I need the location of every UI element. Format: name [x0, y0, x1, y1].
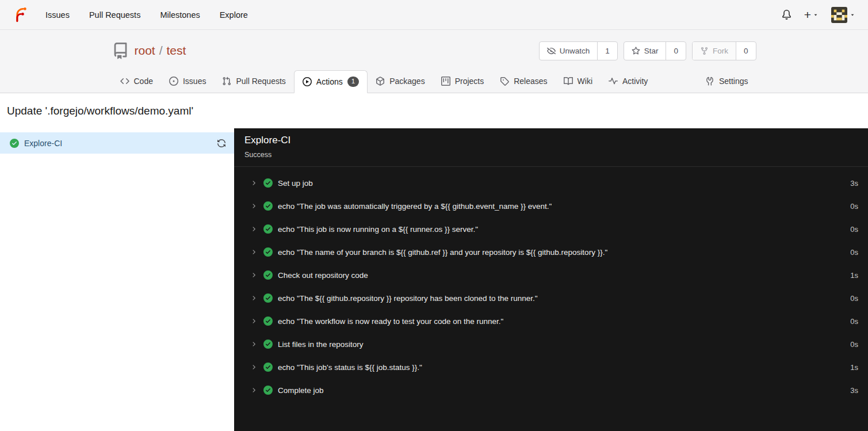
unwatch-label: Unwatch — [560, 47, 590, 55]
step-row[interactable]: echo "The job was automatically triggere… — [234, 194, 868, 218]
step-name: Complete job — [278, 386, 324, 395]
step-duration: 0s — [843, 340, 858, 349]
page-title: Update '.forgejo/workflows/demo.yaml' — [0, 93, 868, 128]
user-menu[interactable] — [831, 7, 855, 23]
plus-icon: + — [804, 9, 811, 21]
tab-wiki-label: Wiki — [578, 77, 592, 86]
check-circle-icon — [263, 224, 273, 234]
code-icon — [120, 77, 129, 86]
step-duration: 3s — [843, 179, 858, 188]
step-duration: 0s — [843, 294, 858, 303]
step-duration: 0s — [843, 317, 858, 326]
step-row[interactable]: echo "This job is now running on a ${{ r… — [234, 218, 868, 241]
nav-link-explore[interactable]: Explore — [220, 10, 248, 20]
step-duration: 1s — [843, 271, 858, 280]
top-navbar: Issues Pull Requests Milestones Explore … — [0, 0, 868, 30]
chevron-right-icon — [250, 295, 257, 302]
eye-closed-icon — [547, 47, 556, 55]
stars-count[interactable]: 0 — [666, 42, 686, 60]
tab-releases[interactable]: Releases — [492, 70, 555, 93]
repo-icon — [112, 43, 129, 59]
caret-down-icon — [813, 12, 819, 18]
book-icon — [564, 77, 573, 86]
nav-link-milestones[interactable]: Milestones — [160, 10, 200, 20]
forks-count[interactable]: 0 — [736, 42, 756, 60]
navbar-right: + — [782, 7, 855, 23]
step-name: Check out repository code — [278, 271, 368, 280]
repo-separator: / — [159, 44, 163, 58]
step-row[interactable]: echo "This job's status is ${{ job.statu… — [234, 356, 868, 379]
chevron-right-icon — [250, 318, 257, 325]
step-row[interactable]: echo "The ${{ github.repository }} repos… — [234, 287, 868, 310]
star-button[interactable]: Star — [624, 42, 667, 60]
git-pull-request-icon — [222, 77, 231, 86]
tab-pull-requests-label: Pull Requests — [236, 77, 285, 86]
check-circle-icon — [263, 247, 273, 257]
forgejo-logo[interactable] — [13, 7, 28, 22]
step-name: echo "This job is now running on a ${{ r… — [278, 225, 478, 234]
repo-tabs: Code Issues Pull Requests Actions 1 Pack… — [112, 69, 756, 93]
step-row[interactable]: Complete job 3s — [234, 379, 868, 402]
caret-down-icon — [850, 12, 855, 18]
tab-activity-label: Activity — [622, 77, 648, 86]
repo-owner-link[interactable]: root — [135, 44, 155, 58]
fork-button-group: Fork 0 — [692, 41, 756, 60]
tab-issues[interactable]: Issues — [161, 70, 214, 93]
fork-button[interactable]: Fork — [693, 42, 736, 60]
chevron-right-icon — [250, 226, 257, 232]
create-new-menu[interactable]: + — [804, 9, 819, 21]
step-name: echo "The job was automatically triggere… — [278, 202, 552, 211]
package-icon — [376, 77, 385, 86]
tab-activity[interactable]: Activity — [601, 70, 656, 93]
tab-packages[interactable]: Packages — [368, 70, 433, 93]
step-name: echo "The workflow is now ready to test … — [278, 317, 503, 326]
tab-settings-label: Settings — [719, 77, 748, 86]
job-panel-header: Explore-CI Success — [234, 128, 868, 167]
tab-wiki[interactable]: Wiki — [556, 70, 601, 93]
chevron-right-icon — [250, 180, 257, 186]
tab-code[interactable]: Code — [112, 70, 161, 93]
job-panel-title: Explore-CI — [244, 134, 858, 147]
fork-label: Fork — [713, 47, 728, 55]
tools-icon — [705, 77, 714, 86]
step-row[interactable]: Check out repository code 1s — [234, 264, 868, 287]
unwatch-button[interactable]: Unwatch — [540, 42, 598, 60]
tab-releases-label: Releases — [514, 77, 547, 86]
tab-projects[interactable]: Projects — [433, 70, 492, 93]
step-name: echo "The ${{ github.repository }} repos… — [278, 294, 538, 303]
tab-issues-label: Issues — [183, 77, 206, 86]
chevron-right-icon — [250, 272, 257, 279]
step-duration: 0s — [843, 202, 858, 211]
pulse-icon — [609, 77, 618, 86]
bell-icon[interactable] — [782, 10, 791, 20]
step-row[interactable]: Set up job 3s — [234, 171, 868, 194]
tab-pull-requests[interactable]: Pull Requests — [214, 70, 293, 93]
step-row[interactable]: echo "The name of your branch is ${{ git… — [234, 241, 868, 264]
play-icon — [303, 77, 312, 86]
sync-icon[interactable] — [217, 139, 226, 148]
check-circle-icon — [263, 270, 273, 280]
repo-name-link[interactable]: test — [167, 44, 186, 58]
watchers-count[interactable]: 1 — [598, 42, 617, 60]
avatar — [831, 7, 847, 23]
tab-projects-label: Projects — [455, 77, 484, 86]
job-item-explore-ci[interactable]: Explore-CI — [0, 132, 234, 154]
tab-settings[interactable]: Settings — [697, 70, 756, 93]
step-row[interactable]: echo "The workflow is now ready to test … — [234, 310, 868, 333]
nav-link-issues[interactable]: Issues — [45, 10, 70, 20]
chevron-right-icon — [250, 364, 257, 371]
nav-link-pull-requests[interactable]: Pull Requests — [89, 10, 140, 20]
tab-actions[interactable]: Actions 1 — [294, 70, 368, 93]
check-circle-icon — [263, 178, 273, 188]
step-duration: 0s — [843, 225, 858, 234]
check-circle-icon — [263, 340, 273, 349]
check-circle-icon — [263, 201, 273, 211]
step-row[interactable]: List files in the repository 0s — [234, 333, 868, 356]
chevron-right-icon — [250, 341, 257, 348]
check-circle-icon — [263, 386, 273, 395]
repo-action-buttons: Unwatch 1 Star 0 Fork 0 — [539, 41, 756, 60]
actions-count-badge: 1 — [347, 77, 359, 87]
job-name: Explore-CI — [24, 139, 62, 148]
step-duration: 1s — [843, 363, 858, 372]
job-log-panel: Explore-CI Success Set up job 3s echo "T… — [234, 128, 868, 431]
